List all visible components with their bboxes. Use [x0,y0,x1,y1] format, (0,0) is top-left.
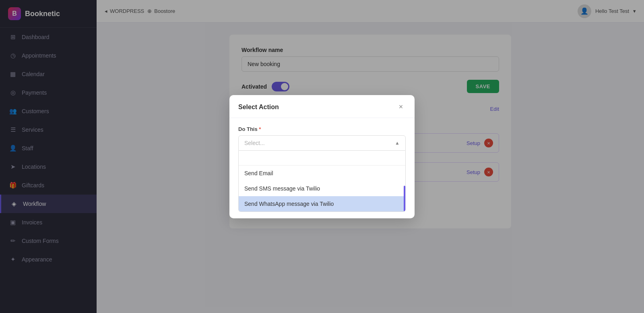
dropdown-option-send-email[interactable]: Send Email [239,166,405,181]
select-action-modal: Select Action × Do This * Select... ▲ Se… [229,95,415,218]
chevron-up-icon: ▲ [395,140,400,146]
dropdown-option-send-whatsapp[interactable]: Send WhatsApp message via Twilio [239,196,405,211]
dropdown-option-send-sms[interactable]: Send SMS message via Twilio [239,181,405,196]
modal-title: Select Action [238,104,279,111]
select-wrapper: Select... ▲ Send EmailSend SMS message v… [238,135,406,212]
modal-overlay[interactable]: Select Action × Do This * Select... ▲ Se… [0,0,644,313]
dropdown-panel: Send EmailSend SMS message via TwilioSen… [238,151,406,212]
do-this-field-label: Do This * [238,126,406,132]
select-trigger[interactable]: Select... ▲ [238,135,406,151]
dropdown-search-input[interactable] [239,151,405,166]
modal-close-button[interactable]: × [396,102,406,112]
modal-body: Do This * Select... ▲ Send EmailSend SMS… [229,118,415,218]
select-placeholder: Select... [244,140,265,146]
modal-header: Select Action × [229,95,415,118]
dropdown-scrollbar [404,186,405,211]
required-marker: * [259,126,261,132]
